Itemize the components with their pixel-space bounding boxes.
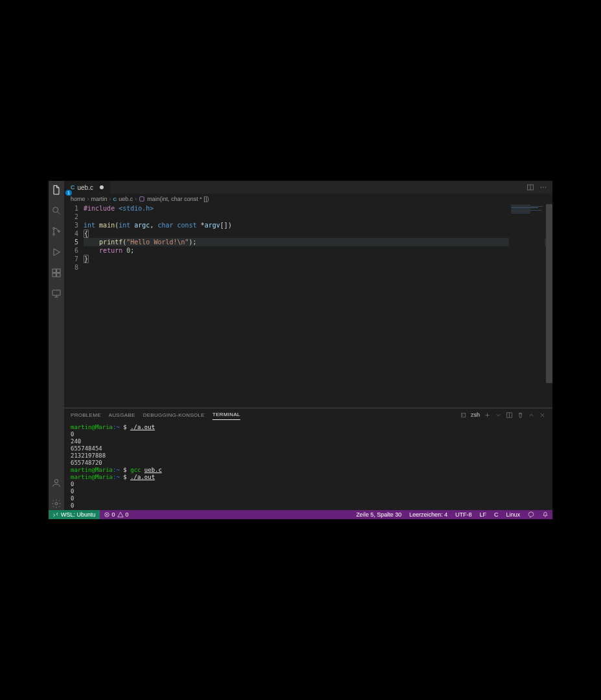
activity-bar: 1 (49, 181, 64, 510)
svg-point-12 (541, 187, 542, 188)
panel-tab-output[interactable]: AUSGABE (109, 410, 135, 420)
terminal[interactable]: martin@Maria:~ $ ./a.out0240655748454213… (64, 421, 552, 510)
remote-icon (52, 511, 59, 518)
eol[interactable]: LF (475, 511, 490, 518)
svg-point-9 (54, 480, 58, 483)
svg-point-10 (55, 502, 58, 505)
settings-gear-icon[interactable] (51, 498, 62, 510)
bottom-panel: PROBLEME AUSGABE DEBUGGING-KONSOLE TERMI… (64, 408, 552, 510)
breadcrumb-file[interactable]: ueb.c (119, 196, 133, 202)
kill-terminal-icon[interactable] (517, 412, 524, 419)
svg-point-14 (545, 187, 547, 188)
symbol-method-icon (139, 196, 145, 202)
encoding[interactable]: UTF-8 (451, 511, 476, 518)
extensions-icon[interactable] (51, 268, 62, 279)
indentation[interactable]: Leerzeichen: 4 (405, 511, 451, 518)
svg-rect-6 (52, 274, 56, 277)
breadcrumb-symbol[interactable]: main(int, char const * []) (147, 196, 209, 202)
search-icon[interactable] (51, 205, 62, 217)
vscode-window: 1 (49, 181, 552, 519)
svg-point-13 (543, 187, 544, 188)
split-terminal-icon[interactable] (506, 412, 513, 419)
line-gutter: 12345678 (64, 204, 84, 408)
explorer-icon[interactable]: 1 (51, 185, 62, 196)
remote-indicator[interactable]: WSL: Ubuntu (49, 510, 100, 519)
panel-tabbar: PROBLEME AUSGABE DEBUGGING-KONSOLE TERMI… (64, 408, 552, 421)
new-terminal-icon[interactable] (484, 412, 491, 419)
breadcrumb[interactable]: home › martin › C ueb.c › main(int, char… (64, 194, 552, 204)
remote-explorer-icon[interactable] (51, 288, 62, 300)
minimap[interactable] (509, 204, 545, 408)
svg-point-1 (53, 228, 55, 229)
feedback-icon[interactable] (524, 511, 538, 518)
svg-rect-15 (140, 197, 144, 202)
svg-rect-5 (57, 269, 60, 272)
breadcrumb-seg[interactable]: home (71, 196, 85, 202)
warning-icon (117, 511, 124, 518)
tab-filename: ueb.c (78, 184, 93, 191)
code-editor[interactable]: 12345678 #include <stdio.h>int main(int … (64, 204, 552, 408)
terminal-profile-icon[interactable] (460, 412, 467, 419)
editor-scrollbar[interactable] (546, 204, 552, 408)
scrollbar-thumb[interactable] (546, 204, 552, 383)
maximize-panel-icon[interactable] (528, 412, 535, 419)
editor-tabbar: C ueb.c (64, 181, 552, 194)
explorer-badge: 1 (65, 190, 72, 196)
svg-rect-8 (52, 290, 60, 296)
file-lang-icon: C (71, 184, 75, 191)
panel-tab-debug[interactable]: DEBUGGING-KONSOLE (143, 410, 205, 420)
svg-point-0 (53, 207, 58, 213)
cursor-position[interactable]: Zeile 5, Spalte 30 (352, 511, 405, 518)
breadcrumb-seg[interactable]: martin (91, 196, 108, 202)
os-label[interactable]: Linux (502, 511, 524, 518)
run-debug-icon[interactable] (51, 247, 62, 259)
dirty-indicator-icon (100, 185, 104, 189)
terminal-dropdown-icon[interactable] (495, 412, 502, 419)
more-actions-icon[interactable] (539, 183, 547, 191)
svg-rect-4 (52, 269, 56, 272)
panel-tab-terminal[interactable]: TERMINAL (212, 410, 240, 420)
source-control-icon[interactable] (51, 226, 62, 238)
code-area[interactable]: #include <stdio.h>int main(int argc, cha… (84, 204, 552, 408)
svg-rect-7 (57, 274, 60, 277)
svg-point-2 (53, 233, 55, 235)
close-panel-icon[interactable] (539, 412, 546, 419)
split-editor-icon[interactable] (527, 183, 534, 191)
notifications-icon[interactable] (538, 511, 552, 518)
problems-status[interactable]: 0 0 (100, 511, 133, 518)
panel-tab-problems[interactable]: PROBLEME (71, 410, 101, 420)
accounts-icon[interactable] (51, 478, 62, 489)
error-icon (104, 511, 110, 518)
terminal-shell-label: zsh (471, 412, 480, 418)
file-lang-icon: C (113, 196, 117, 202)
language-mode[interactable]: C (490, 511, 503, 518)
status-bar: WSL: Ubuntu 0 0 Zeile 5, Spalte 30 Leerz… (49, 510, 552, 519)
